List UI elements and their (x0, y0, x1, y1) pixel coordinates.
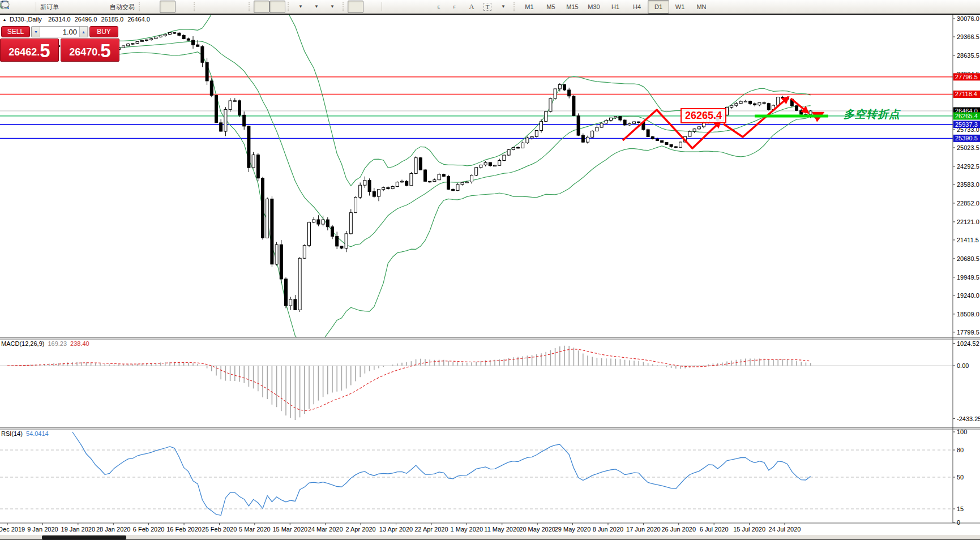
svg-text:25 Feb 2020: 25 Feb 2020 (202, 526, 237, 533)
timeframe-button-mn[interactable]: MN (691, 0, 712, 14)
community-button[interactable] (76, 1, 92, 13)
buy-price-main: 26470. (69, 44, 100, 61)
taskbar-segment (42, 535, 126, 539)
auto-trading-label: 自动交易 (110, 3, 135, 11)
toolbar-separator (382, 2, 382, 11)
periods-button[interactable]: ▼ (309, 1, 324, 13)
zoom-out-button[interactable] (215, 1, 230, 13)
equidistant-channel-button[interactable]: E (432, 1, 448, 13)
macd-name: MACD(12,26,9) (1, 340, 44, 347)
volume-stepper: ▼ ▲ (31, 26, 88, 37)
auto-scroll-button[interactable] (254, 1, 269, 13)
svg-text:1024.52: 1024.52 (957, 340, 979, 347)
chat-icon[interactable] (0, 0, 10, 10)
chinese-annotation: 多空转折点 (844, 107, 900, 122)
dropdown-caret-icon: ▼ (298, 5, 303, 9)
sell-button[interactable]: SELL (1, 26, 30, 37)
text-button[interactable]: A (464, 1, 480, 13)
volume-up-button[interactable]: ▲ (79, 27, 88, 37)
svg-text:25390.5: 25390.5 (955, 135, 978, 142)
bar-chart-button[interactable] (144, 1, 160, 13)
svg-text:24 Mar 2020: 24 Mar 2020 (308, 526, 343, 533)
rsi-indicator-label: RSI(14)54.0414 (1, 430, 49, 437)
arrows-button[interactable]: ▼ (495, 1, 511, 13)
text-label-button[interactable]: T (480, 1, 495, 13)
line-chart-button[interactable] (176, 1, 191, 13)
svg-text:18509.0: 18509.0 (957, 311, 979, 318)
svg-text:9 Jan 2020: 9 Jan 2020 (27, 526, 58, 533)
symbol-period-label: DJ30-,Daily (10, 16, 42, 23)
svg-text:0: 0 (957, 519, 960, 526)
indicators-button[interactable]: ▼ (293, 1, 309, 13)
timeframe-button-m15[interactable]: M15 (562, 0, 583, 14)
timeframe-button-w1[interactable]: W1 (669, 0, 691, 14)
horizontal-line-button[interactable] (400, 1, 416, 13)
svg-text:1 May 2020: 1 May 2020 (451, 526, 483, 533)
svg-text:25023.5: 25023.5 (957, 144, 979, 151)
chart-canvas[interactable]: 30076.029366.528635.527904.525733.025023… (0, 0, 980, 540)
sell-price-big-digit: 5 (40, 41, 50, 61)
svg-text:15 Jul 2020: 15 Jul 2020 (733, 526, 765, 533)
svg-text:30076.0: 30076.0 (957, 15, 979, 22)
new-order-button[interactable]: 新订单 (38, 1, 61, 13)
svg-text:5 Mar 2020: 5 Mar 2020 (239, 526, 271, 533)
buy-price-big-digit: 5 (100, 41, 110, 61)
svg-text:28635.5: 28635.5 (957, 52, 979, 59)
date-axis[interactable]: 31 Dec 20199 Jan 202019 Jan 202028 Jan 2… (0, 523, 801, 533)
svg-text:0.00: 0.00 (957, 362, 969, 369)
vertical-line-button[interactable] (384, 1, 400, 13)
volume-input[interactable] (40, 27, 79, 37)
svg-text:50: 50 (957, 474, 964, 481)
svg-text:21411.5: 21411.5 (957, 237, 979, 243)
dropdown-caret-icon: ▼ (314, 5, 319, 9)
profiles-button[interactable] (18, 1, 33, 13)
text-tool-label: A (469, 2, 474, 11)
svg-text:80: 80 (957, 447, 964, 453)
svg-text:19240.0: 19240.0 (957, 292, 979, 299)
sell-price-display[interactable]: 26462.5 (0, 38, 59, 62)
svg-text:22121.0: 22121.0 (957, 218, 979, 225)
buy-price-display[interactable]: 26470.5 (61, 38, 119, 62)
chart-shift-button[interactable] (269, 1, 285, 13)
bottom-status-strip (0, 535, 980, 540)
svg-text:22852.0: 22852.0 (957, 200, 979, 207)
auto-trading-button[interactable]: 自动交易 (108, 1, 136, 13)
svg-text:19949.5: 19949.5 (957, 274, 979, 281)
toolbar-grip (288, 2, 290, 11)
candlestick-chart-button[interactable] (160, 1, 176, 13)
signals-button[interactable] (92, 1, 108, 13)
timeframe-button-m30[interactable]: M30 (583, 0, 605, 14)
svg-text:6 Feb 2020: 6 Feb 2020 (133, 526, 165, 533)
low-value: 26185.0 (101, 16, 123, 23)
crosshair-button[interactable] (363, 1, 379, 13)
toolbar-grip (249, 2, 251, 11)
cursor-button[interactable] (348, 1, 363, 13)
timeframe-button-d1[interactable]: D1 (648, 0, 669, 14)
toolbar-bottom-border (0, 14, 980, 15)
timeframe-button-h4[interactable]: H4 (626, 0, 648, 14)
svg-text:25937.3: 25937.3 (955, 121, 978, 128)
svg-text:-2433.25: -2433.25 (957, 415, 980, 422)
fibonacci-button[interactable]: F (448, 1, 464, 13)
macd-indicator-label: MACD(12,26,9)169.23238.40 (1, 340, 89, 347)
svg-text:27118.4: 27118.4 (955, 91, 977, 97)
svg-text:16 Feb 2020: 16 Feb 2020 (166, 526, 202, 533)
timeframe-button-h1[interactable]: H1 (605, 0, 626, 14)
svg-text:23583.0: 23583.0 (957, 181, 979, 188)
one-click-trading-panel: SELL ▼ ▲ BUY 26462.5 26470.5 (0, 26, 119, 62)
svg-text:22 Apr 2020: 22 Apr 2020 (414, 526, 448, 533)
zoom-in-button[interactable] (199, 1, 215, 13)
market-button[interactable] (61, 1, 76, 13)
symbol-marker-icon: ▴ (3, 17, 6, 22)
sell-price-main: 26462. (8, 44, 40, 61)
templates-button[interactable]: ▼ (324, 1, 340, 13)
svg-text:19 Jan 2020: 19 Jan 2020 (61, 526, 96, 533)
toolbar-grip (194, 2, 196, 11)
svg-text:28 Jan 2020: 28 Jan 2020 (96, 526, 131, 533)
buy-button[interactable]: BUY (89, 26, 118, 37)
timeframe-button-m1[interactable]: M1 (519, 0, 540, 14)
tile-windows-button[interactable] (230, 1, 246, 13)
trendline-button[interactable] (416, 1, 432, 13)
volume-down-button[interactable]: ▼ (32, 27, 40, 37)
timeframe-button-m5[interactable]: M5 (540, 0, 562, 14)
